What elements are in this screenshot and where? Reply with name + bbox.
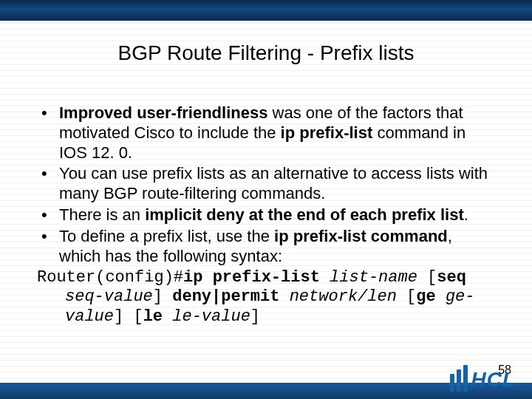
code-italic: seq-value: [65, 287, 153, 306]
text: .: [464, 205, 468, 224]
code-italic: le-value: [172, 307, 250, 326]
bullet-item: There is an implicit deny at the end of …: [37, 205, 495, 225]
slide: BGP Route Filtering - Prefix lists Impro…: [0, 0, 532, 399]
code-italic: network/len: [290, 287, 397, 306]
code-bold: seq: [437, 268, 466, 287]
logo-text: HCL: [471, 369, 516, 392]
code-bold: deny|permit: [172, 287, 279, 306]
bullet-list: Improved user-friendliness was one of th…: [37, 103, 495, 267]
bullet-item: Improved user-friendliness was one of th…: [37, 103, 495, 163]
code-bold: ge: [416, 287, 435, 306]
code-text: [279, 287, 289, 306]
code-text: [163, 287, 172, 306]
code-text: ] [: [114, 307, 143, 326]
text: You can use prefix lists as an alternati…: [59, 164, 488, 202]
bullet-item: To define a prefix list, use the ip pref…: [37, 227, 495, 267]
top-bar: [0, 0, 532, 21]
text: There is an: [59, 205, 145, 224]
code-bold: le: [143, 307, 163, 326]
syntax-block: Router(config)#ip prefix-list list-name …: [37, 268, 495, 327]
code-text: [320, 268, 330, 287]
code-bold: ip prefix-list: [183, 268, 320, 287]
logo-bars-icon: [450, 365, 468, 392]
text-bold: ip prefix-list: [281, 123, 373, 142]
text-bold: Improved user-friendliness: [59, 103, 267, 122]
hcl-logo: HCL: [450, 365, 516, 392]
bullet-item: You can use prefix lists as an alternati…: [37, 164, 495, 204]
code-text: ]: [153, 287, 163, 306]
code-text: [: [417, 268, 437, 287]
code-text: [: [397, 287, 416, 306]
text-bold: ip prefix-list command: [274, 227, 448, 245]
text: To define a prefix list, use the: [59, 227, 274, 245]
code-text: Router(config)#: [37, 268, 183, 287]
code-text: [436, 287, 446, 306]
code-text: ]: [250, 307, 260, 326]
code-text: [163, 307, 172, 326]
text-bold: implicit deny at the end of each prefix …: [145, 205, 464, 224]
slide-content: Improved user-friendliness was one of th…: [37, 103, 495, 327]
code-italic: list-name: [330, 268, 417, 287]
slide-title: BGP Route Filtering - Prefix lists: [0, 41, 532, 65]
